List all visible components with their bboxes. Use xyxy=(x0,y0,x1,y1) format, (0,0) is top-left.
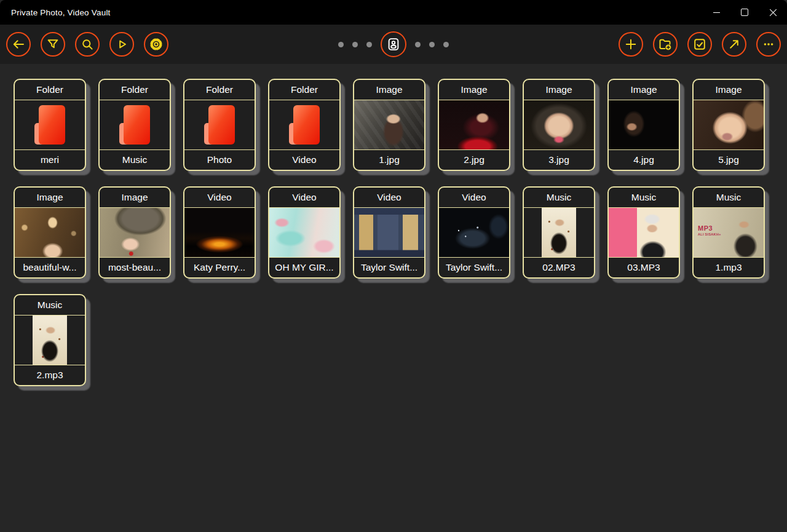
share-button[interactable] xyxy=(722,32,746,57)
plus-icon xyxy=(623,37,638,52)
filter-button[interactable] xyxy=(41,32,65,57)
tile-photo[interactable]: Folder Photo xyxy=(183,79,256,171)
tile-taylor-swift[interactable]: Video Taylor Swift... xyxy=(438,186,510,279)
folder-art xyxy=(100,100,170,149)
page-dot xyxy=(352,42,358,47)
tile-3-jpg[interactable]: Image 3.jpg xyxy=(523,79,595,171)
tile-filename: 4.jpg xyxy=(609,149,679,170)
back-button[interactable] xyxy=(6,32,31,57)
tile-2-mp3[interactable]: Music 2.mp3 xyxy=(14,294,86,386)
tile-1-mp3[interactable]: Music MP3ALI SISAKH+ 1.mp3 xyxy=(692,186,765,279)
tile-filename: 1.jpg xyxy=(354,149,424,170)
thumbnail-image xyxy=(354,100,424,149)
profile-badge-button[interactable] xyxy=(381,31,406,57)
search-button[interactable] xyxy=(75,32,100,57)
tile-4-jpg[interactable]: Image 4.jpg xyxy=(607,79,680,171)
tile-video[interactable]: Folder Video xyxy=(268,79,341,171)
folder-art xyxy=(269,100,339,149)
tile-filename: 2.jpg xyxy=(439,149,509,170)
tile-2-jpg[interactable]: Image 2.jpg xyxy=(438,79,510,171)
ellipsis-icon xyxy=(761,37,776,52)
tile-thumbnail xyxy=(354,100,424,149)
thumbnail-image xyxy=(439,208,509,257)
folder-icon xyxy=(204,105,235,145)
tile-oh-my-gir[interactable]: Video OH MY GIR... xyxy=(268,186,341,279)
tile-filename: 03.MP3 xyxy=(609,257,679,277)
add-button[interactable] xyxy=(619,32,643,57)
folder-icon xyxy=(119,105,151,145)
thumbnail-image: MP3ALI SISAKH+ xyxy=(694,208,764,257)
toolbar-center-group xyxy=(338,25,449,64)
thumbnail-image xyxy=(184,208,255,257)
close-icon xyxy=(769,9,777,17)
tile-thumbnail xyxy=(100,100,170,149)
thumbnail-image xyxy=(694,100,764,149)
thumbnail-image xyxy=(354,208,424,257)
page-dot xyxy=(429,42,435,47)
tile-type-label: Folder xyxy=(100,80,170,100)
select-button[interactable] xyxy=(687,32,712,57)
tile-type-label: Folder xyxy=(184,80,255,100)
tile-filename: Video xyxy=(269,149,339,170)
more-button[interactable] xyxy=(756,32,781,57)
maximize-icon xyxy=(741,9,748,16)
contact-badge-icon xyxy=(386,36,401,52)
tile-type-label: Music xyxy=(609,188,679,208)
minimize-button[interactable] xyxy=(702,0,730,25)
tile-taylor-swift[interactable]: Video Taylor Swift... xyxy=(353,186,425,279)
tile-02-mp3[interactable]: Music 02.MP3 xyxy=(523,186,595,279)
thumbnail-image xyxy=(524,100,594,149)
tile-filename: Photo xyxy=(184,149,255,170)
tile-thumbnail xyxy=(354,208,424,257)
thumbnail-image xyxy=(15,208,85,257)
tile-thumbnail xyxy=(609,208,679,257)
tile-thumbnail xyxy=(269,208,339,257)
folder-plus-icon xyxy=(658,37,673,52)
settings-button[interactable] xyxy=(144,32,168,57)
thumbnail-image xyxy=(439,100,509,149)
tile-thumbnail: MP3ALI SISAKH+ xyxy=(694,208,764,257)
tile-most-beau[interactable]: Image most-beau... xyxy=(98,186,171,279)
tile-03-mp3[interactable]: Music 03.MP3 xyxy=(607,186,680,279)
minimize-icon xyxy=(713,12,720,13)
folder-icon xyxy=(288,105,320,145)
tile-type-label: Video xyxy=(354,188,424,208)
page-dot xyxy=(415,42,421,47)
tile-type-label: Music xyxy=(694,188,764,208)
tile-type-label: Image xyxy=(524,80,594,100)
tile-beautiful-w[interactable]: Image beautiful-w... xyxy=(14,186,86,279)
tile-type-label: Music xyxy=(15,295,85,316)
tile-thumbnail xyxy=(694,100,764,149)
new-folder-button[interactable] xyxy=(653,32,678,57)
tile-katy-perry[interactable]: Video Katy Perry... xyxy=(183,186,256,279)
tile-filename: 1.mp3 xyxy=(694,257,764,277)
tile-thumbnail xyxy=(609,100,679,149)
tile-thumbnail xyxy=(439,100,509,149)
maximize-button[interactable] xyxy=(730,0,759,25)
titlebar: Private Photo, Video Vault xyxy=(0,0,787,25)
tile-type-label: Video xyxy=(439,188,509,208)
back-arrow-icon xyxy=(11,37,26,52)
checkbox-icon xyxy=(692,37,707,52)
folder-art xyxy=(184,100,255,149)
tile-1-jpg[interactable]: Image 1.jpg xyxy=(353,79,425,171)
tile-meri[interactable]: Folder meri xyxy=(14,79,86,171)
tile-filename: OH MY GIR... xyxy=(269,257,339,277)
tile-5-jpg[interactable]: Image 5.jpg xyxy=(692,79,765,171)
tile-type-label: Image xyxy=(100,188,170,208)
tile-type-label: Image xyxy=(354,80,424,100)
tile-filename: 2.mp3 xyxy=(15,365,85,385)
slideshow-play-button[interactable] xyxy=(109,32,134,57)
window-title: Private Photo, Video Vault xyxy=(0,8,702,17)
thumbnail-image xyxy=(609,100,679,149)
close-button[interactable] xyxy=(759,0,787,25)
thumbnail-image xyxy=(33,316,67,365)
tile-filename: meri xyxy=(15,149,85,170)
window-controls xyxy=(702,0,787,25)
folder-art xyxy=(15,100,85,149)
tile-filename: 5.jpg xyxy=(694,149,764,170)
tile-type-label: Image xyxy=(15,188,85,208)
tile-type-label: Video xyxy=(184,188,255,208)
tile-music[interactable]: Folder Music xyxy=(98,79,171,171)
filter-icon xyxy=(45,37,60,52)
